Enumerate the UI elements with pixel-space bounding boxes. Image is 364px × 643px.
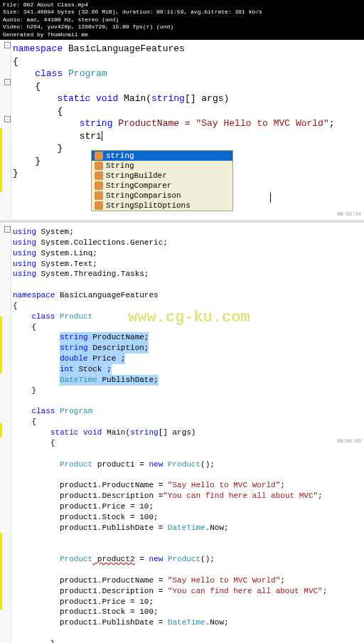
fold-icon[interactable]: -: [4, 116, 11, 122]
code-line: product1.PublishDate = DateTime.Now;: [13, 617, 364, 628]
class-icon: [95, 152, 103, 160]
code-line: product1.Price = 10;: [13, 597, 364, 607]
code-line: product1.Description = "You can find her…: [13, 586, 364, 597]
code-line: namespace BasicLanguageFeatures: [13, 290, 364, 301]
intellisense-item[interactable]: StringComparison: [92, 191, 232, 201]
video-metadata-header: File: 002 About Class.mp4 Size: 341.4608…: [0, 0, 364, 40]
code-line: {: [13, 80, 364, 93]
change-marker: [0, 423, 2, 437]
code-line: [13, 565, 364, 575]
code-line: product1.Price = 10;: [13, 501, 364, 512]
code-line: [13, 533, 364, 543]
code-line: {: [13, 417, 364, 427]
code-line: product1.Description ="You can find here…: [13, 491, 364, 501]
intellisense-item[interactable]: String: [92, 161, 232, 171]
code-line: string Description;: [13, 343, 364, 354]
code-line: double Price ;: [13, 354, 364, 364]
code-editor-bottom[interactable]: - using System; using System.Collections…: [0, 224, 364, 643]
code-line: static void Main(string[] args): [13, 92, 364, 105]
code-line: stri: [13, 130, 364, 143]
fold-icon[interactable]: -: [4, 42, 11, 48]
separator: [0, 220, 364, 223]
video-line: Video: h264, yuv420p, 1280x720, 15.00 fp…: [3, 23, 361, 31]
intellisense-item[interactable]: StringBuilder: [92, 171, 232, 181]
class-icon: [95, 201, 103, 210]
code-line: using System.Collections.Generic;: [13, 238, 364, 248]
gutter: -: [0, 224, 11, 643]
code-line: class Program: [13, 68, 364, 80]
timestamp: 00:05:09: [337, 438, 361, 445]
class-icon: [95, 191, 103, 200]
code-line: product1.ProductName = "Say Hello to MVC…: [13, 480, 364, 491]
fold-icon[interactable]: -: [4, 226, 11, 233]
code-line: namespace BasicLanguageFeatures: [13, 43, 364, 55]
intellisense-item[interactable]: string: [92, 151, 232, 161]
class-icon: [95, 181, 103, 190]
intellisense-item[interactable]: StringComparer: [92, 181, 232, 191]
text-cursor: [102, 131, 102, 141]
code-editor-top[interactable]: - - - namespace BasicLanguageFeatures { …: [0, 40, 364, 218]
code-line: using System.Linq;: [13, 248, 364, 259]
code-line: [13, 449, 364, 459]
code-line: [13, 628, 364, 639]
code-line: product1.Stock = 100;: [13, 607, 364, 617]
code-line: class Product: [13, 312, 364, 322]
size-line: Size: 341.46084 bytes (32.66 MiB), durat…: [3, 9, 361, 16]
timestamp: 00:02:34: [337, 211, 361, 217]
audio-line: Audio: aac, 44100 Hz, stereo (und): [3, 16, 361, 23]
code-line: Product product2 = new Product();: [13, 554, 364, 565]
change-marker: [0, 317, 2, 373]
code-line: int Stock ;: [13, 364, 364, 375]
gen-line: Generated by Thumbnail me: [3, 31, 361, 38]
code-line: using System.Threading.Tasks;: [13, 269, 364, 280]
code-line: {: [13, 322, 364, 333]
code-line: class Program: [13, 406, 364, 417]
code-line: DateTime PublishDate;: [13, 375, 364, 386]
code-line: }: [13, 386, 364, 396]
intellisense-popup[interactable]: string String StringBuilder StringCompar…: [91, 150, 233, 211]
code-line: string ProductName = "Say Hello to MVC W…: [13, 117, 364, 130]
code-line: Product product1 = new Product();: [13, 459, 364, 470]
code-line: }: [13, 639, 364, 643]
code-line: {00:05:09: [13, 438, 364, 449]
code-line: string ProductName;: [13, 332, 364, 343]
intellisense-item[interactable]: StringSplitOptions: [92, 201, 232, 211]
class-icon: [95, 171, 103, 180]
class-icon: [95, 161, 103, 170]
change-marker: [0, 128, 2, 192]
code-line: using System.Text;: [13, 259, 364, 270]
code-line: product1.Stock = 100;: [13, 512, 364, 523]
code-line: [13, 395, 364, 406]
fold-icon[interactable]: -: [4, 79, 11, 85]
code-line: product1.PublishDate = DateTime.Now;: [13, 523, 364, 533]
code-line: [13, 469, 364, 480]
change-marker: [0, 533, 2, 610]
code-line: {: [13, 301, 364, 312]
text-cursor-mark: [270, 193, 271, 203]
code-line: [13, 543, 364, 554]
code-line: {: [13, 105, 364, 118]
code-line: static void Main(string[] args): [13, 427, 364, 438]
file-line: File: 002 About Class.mp4: [3, 1, 361, 9]
code-line: using System;: [13, 227, 364, 238]
code-line: product1.ProductName = "Say Hello to MVC…: [13, 575, 364, 586]
code-line: [13, 280, 364, 290]
gutter: - - -: [0, 40, 11, 218]
code-line: {: [13, 55, 364, 68]
